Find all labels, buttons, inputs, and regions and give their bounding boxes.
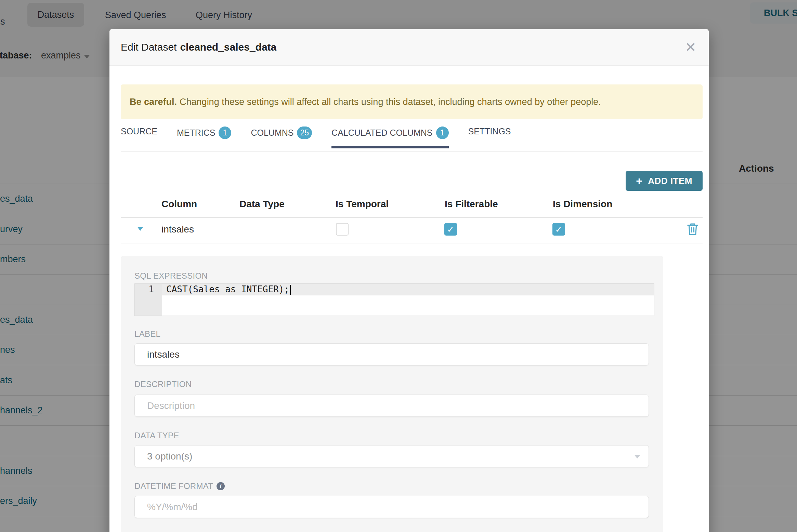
column-header-is-dimension: Is Dimension	[553, 199, 612, 210]
data-type-selected-value: 3 option(s)	[147, 451, 192, 462]
tab-label: SETTINGS	[468, 127, 511, 136]
is-dimension-checkbox[interactable]: ✓	[552, 223, 565, 236]
info-icon[interactable]: i	[217, 482, 225, 490]
data-type-field-label: DATA TYPE	[134, 431, 179, 440]
collapse-row-caret-icon[interactable]	[137, 227, 143, 231]
datetime-format-label-text: DATETIME FORMAT	[134, 481, 213, 491]
column-header-is-filterable: Is Filterable	[445, 199, 498, 210]
tab-settings[interactable]: SETTINGS	[468, 127, 511, 145]
label-field-label: LABEL	[134, 329, 160, 339]
sql-expression-label: SQL EXPRESSION	[134, 271, 208, 281]
calculated-column-detail-panel: SQL EXPRESSION 1 CAST(Sales as INTEGER);…	[121, 256, 663, 532]
sql-expression-editor[interactable]: 1 CAST(Sales as INTEGER);	[134, 283, 654, 316]
data-type-select[interactable]: 3 option(s)	[134, 445, 649, 467]
chevron-down-icon	[634, 455, 640, 458]
description-field-label: DESCRIPTION	[134, 380, 192, 389]
datetime-format-field-label: DATETIME FORMAT i	[134, 481, 225, 491]
table-header-divider	[121, 217, 703, 218]
label-input[interactable]	[134, 343, 649, 365]
tab-label: COLUMNS	[251, 128, 293, 138]
editor-gutter: 1	[135, 284, 162, 316]
modal-header: Edit Datasetcleaned_sales_data ✕	[109, 29, 709, 66]
modal-tabs: SOURCE METRICS1 COLUMNS25 CALCULATED COL…	[121, 127, 703, 152]
tab-columns[interactable]: COLUMNS25	[251, 127, 312, 148]
tab-count-badge: 1	[219, 127, 231, 139]
table-row-divider	[121, 243, 703, 243]
add-item-button[interactable]: + ADD ITEM	[626, 171, 703, 191]
datasets-page: es Datasets Saved Queries Query History …	[0, 0, 797, 532]
check-icon: ✓	[447, 224, 455, 235]
add-item-label: ADD ITEM	[648, 176, 692, 186]
column-header-column: Column	[161, 199, 197, 210]
modal-title-prefix: Edit Dataset	[121, 41, 177, 53]
tab-label: CALCULATED COLUMNS	[331, 128, 432, 138]
line-number: 1	[135, 284, 162, 295]
close-icon[interactable]: ✕	[683, 40, 698, 54]
tab-label: METRICS	[177, 128, 215, 138]
tab-calculated-columns[interactable]: CALCULATED COLUMNS1	[331, 127, 448, 148]
tab-count-badge: 25	[297, 127, 312, 139]
is-temporal-checkbox[interactable]	[336, 223, 349, 236]
plus-icon: +	[636, 175, 642, 186]
tab-metrics[interactable]: METRICS1	[177, 127, 232, 148]
column-header-is-temporal: Is Temporal	[336, 199, 389, 210]
is-filterable-checkbox[interactable]: ✓	[444, 223, 457, 236]
warning-banner-text: Changing these settings will affect all …	[180, 97, 601, 107]
datetime-format-input[interactable]	[134, 496, 649, 518]
editor-print-margin	[561, 284, 561, 316]
description-input[interactable]	[134, 395, 649, 417]
calculated-column-name: intsales	[161, 224, 194, 235]
tab-label: SOURCE	[121, 127, 157, 136]
modal-title: Edit Datasetcleaned_sales_data	[121, 41, 276, 53]
tab-count-badge: 1	[436, 127, 449, 139]
tab-source[interactable]: SOURCE	[121, 127, 157, 145]
trash-icon[interactable]	[687, 223, 698, 236]
warning-banner-bold: Be careful.	[130, 97, 177, 107]
text-cursor	[290, 285, 291, 295]
warning-banner: Be careful. Changing these settings will…	[121, 84, 703, 119]
dataset-name: cleaned_sales_data	[180, 41, 276, 53]
column-header-data-type: Data Type	[239, 199, 285, 210]
edit-dataset-modal: Edit Datasetcleaned_sales_data ✕ Be care…	[109, 29, 709, 532]
sql-code: CAST(Sales as INTEGER);	[166, 284, 291, 295]
check-icon: ✓	[555, 224, 563, 235]
